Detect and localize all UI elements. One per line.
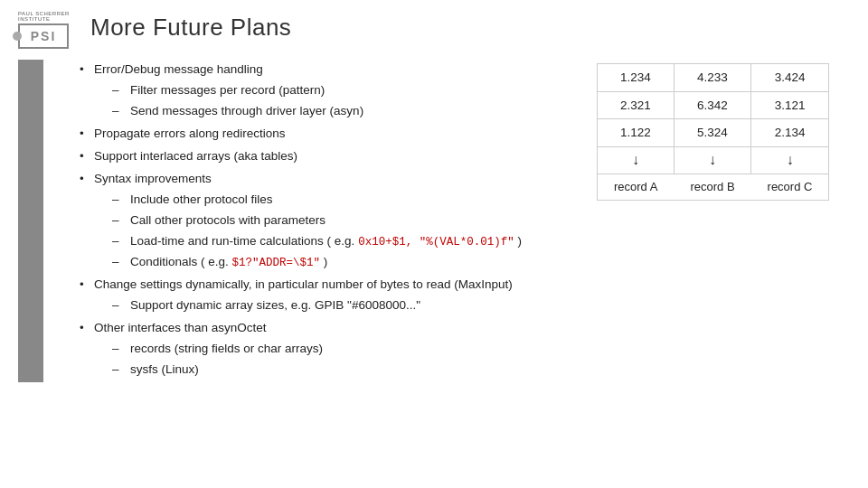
institute-name: PAUL SCHERRER INSTITUTE [18,11,72,22]
table-cell-arrow: ↓ [751,146,829,174]
table-cell: 5.324 [674,119,750,147]
item-text: Change settings dynamically, in particul… [94,277,513,291]
sub-list: Include other protocol files Call other … [94,190,579,273]
sub-item-text: Conditionals ( e.g. $1?"ADDR=\$1" ) [130,255,327,268]
logo-circle [13,32,22,41]
table-label: record A [598,174,675,201]
data-table: 1.234 4.233 3.424 2.321 6.342 3.121 1.12… [597,63,829,201]
sub-item-text: sysfs (Linux) [130,362,199,376]
sub-list-item: records (string fields or char arrays) [112,339,579,360]
sub-list-item: Filter messages per record (pattern) [112,80,579,101]
table-cell: 1.122 [598,119,675,147]
item-text: Propagate errors along redirections [94,127,286,140]
right-panel: 1.234 4.233 3.424 2.321 6.342 3.121 1.12… [597,60,850,382]
code-snippet: 0x10+$1, "%(VAL*0.01)f" [358,236,514,249]
logo-container: PAUL SCHERRER INSTITUTE PSI [18,11,72,43]
logo-box: PAUL SCHERRER INSTITUTE PSI [18,11,72,43]
table-row: 1.122 5.324 2.134 [598,119,829,147]
sub-list: Support dynamic array sizes, e.g. GPIB "… [94,296,579,316]
sub-item-text: Send messages through driver layer (asyn… [130,104,363,117]
page-title: More Future Plans [90,14,291,42]
code-snippet: $1?"ADDR=\$1" [232,257,321,269]
table-row-labels: record A record B record C [598,174,829,201]
list-item: Propagate errors along redirections [80,124,579,145]
table-row: 2.321 6.342 3.121 [598,91,829,119]
list-item: Syntax improvements Include other protoc… [80,169,579,273]
list-item: Support interlaced arrays (aka tables) [80,146,579,167]
table-cell: 2.321 [598,91,675,119]
item-text: Other interfaces than asynOctet [94,321,267,334]
sub-item-text: Support dynamic array sizes, e.g. GPIB "… [130,298,420,312]
sub-item-text: records (string fields or char arrays) [130,342,323,355]
table-cell-arrow: ↓ [598,146,675,174]
sub-item-text: Load-time and run-time calculations ( e.… [130,234,522,248]
sub-list: Filter messages per record (pattern) Sen… [94,80,579,122]
sub-list-item: Conditionals ( e.g. $1?"ADDR=\$1" ) [112,252,579,273]
sub-list-item: Include other protocol files [112,190,579,211]
table-cell-arrow: ↓ [674,146,750,174]
table-row: 1.234 4.233 3.424 [598,64,829,92]
logo-abbr: PSI [31,29,57,43]
left-accent-bar [18,60,43,382]
sub-item-text: Call other protocols with parameters [130,213,326,227]
table-cell: 3.424 [751,64,829,92]
sub-list: records (string fields or char arrays) s… [94,339,579,380]
table-cell: 1.234 [598,64,675,92]
table-cell: 3.121 [751,91,829,119]
item-text: Syntax improvements [94,172,212,185]
table-cell: 4.233 [674,64,750,92]
table-cell: 6.342 [674,91,750,119]
sub-item-text: Filter messages per record (pattern) [130,83,325,97]
table-label: record B [674,174,750,201]
table-label: record C [751,174,829,201]
sub-list-item: Support dynamic array sizes, e.g. GPIB "… [112,296,579,316]
list-item: Error/Debug message handling Filter mess… [80,60,579,122]
main-content: Error/Debug message handling Filter mess… [0,51,868,391]
item-text: Error/Debug message handling [94,62,263,76]
list-item: Change settings dynamically, in particul… [80,275,579,316]
table-cell: 2.134 [751,119,829,147]
sub-list-item: Send messages through driver layer (asyn… [112,101,579,122]
include-protocol-text: Include other protocol files [130,192,273,206]
sub-list-item: Load-time and run-time calculations ( e.… [112,231,579,252]
list-item: Other interfaces than asynOctet records … [80,318,579,380]
bullet-list: Error/Debug message handling Filter mess… [80,60,579,380]
sub-list-item: Call other protocols with parameters [112,211,579,231]
sub-list-item: sysfs (Linux) [112,360,579,380]
logo-psi: PSI [18,23,69,49]
item-text: Support interlaced arrays (aka tables) [94,149,297,163]
page-header: PAUL SCHERRER INSTITUTE PSI More Future … [0,0,868,51]
table-row-arrows: ↓ ↓ ↓ [598,146,829,174]
content-area: Error/Debug message handling Filter mess… [71,60,579,382]
